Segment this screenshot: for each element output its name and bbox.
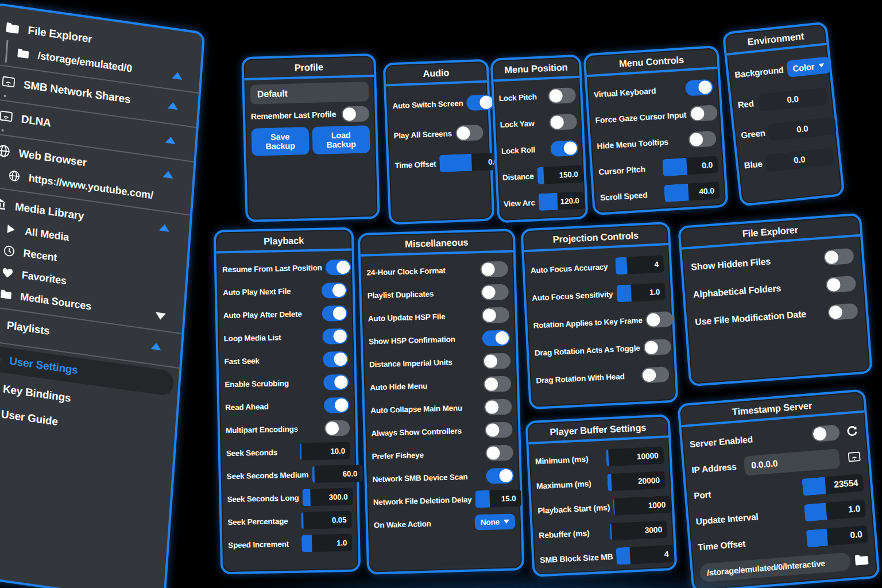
fast-seek-toggle[interactable]	[323, 351, 349, 367]
screen-glow	[172, 565, 882, 588]
collapse-up-icon[interactable]	[168, 101, 179, 109]
lock-roll-toggle[interactable]	[550, 140, 578, 156]
expand-down-icon[interactable]	[155, 312, 166, 320]
profile-name-input[interactable]: Default	[250, 82, 369, 104]
auto-update-hsp-file-toggle[interactable]	[481, 307, 509, 323]
setting-label: IP Address	[691, 461, 737, 475]
rotation-applies-to-key-frame-toggle[interactable]	[645, 311, 674, 327]
seek-seconds-medium-slider[interactable]: 60.0	[312, 465, 363, 483]
collapse-up-icon[interactable]	[163, 170, 174, 178]
playback-start-ms-slider[interactable]: 1000	[613, 496, 671, 516]
setting-label: Time Offset	[698, 538, 746, 552]
sidebar-item-label: Media Library	[15, 200, 85, 222]
auto-focus-accuracy-slider[interactable]: 4	[615, 255, 664, 274]
always-show-controllers-toggle[interactable]	[485, 421, 513, 438]
rebuffer-ms-slider[interactable]: 3000	[609, 520, 667, 540]
auto-switch-screen-toggle[interactable]	[466, 94, 494, 111]
loop-media-list-toggle[interactable]	[322, 328, 348, 344]
24-hour-clock-format-toggle[interactable]	[480, 261, 508, 277]
network-share-icon[interactable]	[847, 450, 862, 465]
slider-value: 1.0	[848, 503, 860, 514]
refresh-icon[interactable]	[845, 424, 860, 439]
seek-seconds-long-slider[interactable]: 300.0	[302, 488, 353, 506]
load-backup-button[interactable]: Load Backup	[312, 125, 370, 154]
red-value-field[interactable]: 0.0	[758, 87, 827, 111]
scroll-speed-slider[interactable]: 40.0	[664, 181, 720, 202]
enable-scrubbing-toggle[interactable]	[323, 374, 349, 390]
view-arc-slider[interactable]: 120.0	[538, 192, 585, 211]
collapse-up-icon[interactable]	[165, 136, 176, 144]
auto-play-after-delete-toggle[interactable]	[322, 305, 348, 321]
save-backup-button[interactable]: Save Backup	[252, 127, 310, 156]
green-value-field[interactable]: 0.0	[768, 117, 837, 141]
seek-percentage-slider[interactable]: 0.05	[301, 511, 352, 529]
playlist-duplicates-toggle[interactable]	[481, 284, 509, 300]
maximum-ms-slider[interactable]: 20000	[607, 471, 665, 491]
resume-from-last-position-toggle[interactable]	[325, 259, 351, 275]
time-offset-server-slider[interactable]: 0.0	[806, 525, 868, 547]
setting-row: Multipart Encodings	[226, 416, 350, 442]
network-smb-device-scan-toggle[interactable]	[486, 467, 514, 483]
slider-fill	[616, 284, 632, 302]
setting-label: Lock Roll	[501, 145, 536, 156]
distance-slider[interactable]: 150.0	[537, 165, 583, 185]
slider-fill	[804, 502, 827, 521]
toggle-knob	[332, 283, 346, 296]
server-enabled-toggle[interactable]	[811, 424, 840, 442]
panel-audio: Audio Auto Switch Screen Play All Screen…	[383, 59, 495, 225]
collapse-up-icon[interactable]	[151, 342, 162, 350]
update-interval-slider[interactable]: 1.0	[804, 500, 866, 521]
slider-fill	[302, 489, 311, 506]
setting-label: Red	[737, 98, 754, 110]
cursor-pitch-slider[interactable]: 0.0	[662, 156, 718, 176]
drag-rotation-acts-as-toggle-toggle[interactable]	[643, 339, 671, 355]
on-wake-action-dropdown[interactable]: None	[475, 513, 516, 530]
seek-seconds-slider[interactable]: 10.0	[300, 442, 351, 461]
setting-label: Server Enabled	[689, 434, 753, 450]
use-file-modification-date-toggle[interactable]	[827, 303, 858, 320]
minimum-ms-slider[interactable]: 10000	[606, 446, 664, 466]
setting-row: Speed Increment1.0	[228, 531, 353, 557]
setting-row: Auto Collapse Main Menu	[370, 395, 512, 422]
background-dropdown[interactable]: Color	[786, 56, 831, 78]
toggle-knob	[481, 262, 495, 276]
play-all-screens-toggle[interactable]	[455, 125, 483, 141]
port-slider[interactable]: 23554	[802, 474, 864, 496]
hide-menu-tooltips-toggle[interactable]	[688, 130, 717, 148]
sidebar-item-label: Web Browser	[18, 147, 87, 169]
prefer-fisheye-toggle[interactable]	[485, 444, 513, 461]
collapse-up-icon[interactable]	[172, 71, 183, 79]
lock-pitch-toggle[interactable]	[548, 87, 576, 104]
multipart-encodings-toggle[interactable]	[324, 420, 350, 436]
setting-row: Time Offset 0.0	[394, 147, 485, 180]
show-hidden-files-toggle[interactable]	[823, 247, 854, 265]
setting-label: Auto Update HSP File	[368, 312, 446, 323]
blue-value-field[interactable]: 0.0	[765, 148, 834, 172]
auto-focus-sensitivity-slider[interactable]: 1.0	[616, 283, 665, 302]
setting-label: Distance Imperial Units	[369, 358, 452, 369]
setting-label: Speed Increment	[228, 539, 289, 549]
collapse-up-icon[interactable]	[159, 223, 170, 231]
force-gaze-cursor-input-toggle[interactable]	[689, 105, 718, 122]
speed-increment-slider[interactable]: 1.0	[301, 534, 353, 552]
toggle-knob	[825, 250, 839, 264]
setting-label: Playback Start (ms)	[537, 502, 610, 515]
toggle-knob	[335, 398, 348, 411]
alphabetical-folders-toggle[interactable]	[825, 275, 856, 293]
network-file-deletion-delay-slider[interactable]: 15.0	[475, 489, 521, 508]
toggle-knob	[563, 141, 577, 155]
auto-hide-menu-toggle[interactable]	[483, 376, 512, 392]
ip-address-input[interactable]: 0.0.0.0	[744, 448, 840, 475]
virtual-keyboard-toggle[interactable]	[685, 79, 714, 96]
show-hsp-confirmation-toggle[interactable]	[482, 330, 510, 346]
read-ahead-toggle[interactable]	[324, 397, 350, 413]
setting-row: Read Ahead	[225, 393, 350, 419]
remember-last-profile-toggle[interactable]	[342, 106, 370, 122]
lock-yaw-toggle[interactable]	[549, 114, 577, 130]
smb-block-size-slider[interactable]: 4	[616, 544, 674, 564]
drag-rotation-with-head-toggle[interactable]	[641, 366, 670, 383]
auto-collapse-main-menu-toggle[interactable]	[484, 399, 512, 415]
auto-play-next-file-toggle[interactable]	[322, 282, 347, 298]
play-icon	[4, 222, 17, 237]
distance-imperial-units-toggle[interactable]	[483, 353, 511, 369]
